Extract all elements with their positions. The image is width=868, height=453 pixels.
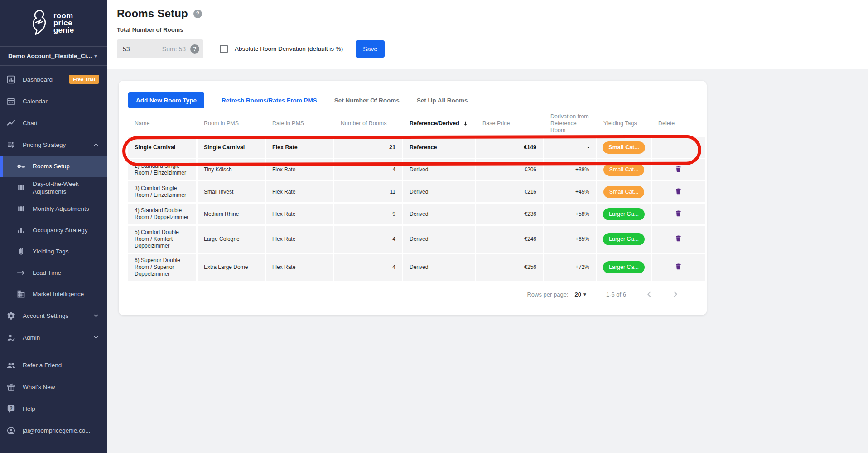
column-header-name[interactable]: Name <box>128 110 196 137</box>
cell-rate-in-pms: Flex Rate <box>266 181 333 202</box>
column-header-label: Name <box>135 120 149 127</box>
cell-room-in-pms: Medium Rhine <box>198 204 265 224</box>
column-header-label: Room in PMS <box>204 120 239 127</box>
yielding-tag-chip[interactable]: Small Cat... <box>603 164 645 176</box>
sidebar-item-chart[interactable]: Chart <box>0 112 107 134</box>
column-header-base-price[interactable]: Base Price <box>476 110 543 137</box>
cell-number-of-rooms: 4 <box>334 226 402 253</box>
table-row: 5) Comfort Double Room / Komfort Doppelz… <box>128 226 705 253</box>
dashboard-icon <box>6 75 16 84</box>
sidebar-item-dashboard[interactable]: DashboardFree Trial <box>0 68 107 90</box>
cell-name: 3) Comfort Single Room / Einzelzimmer <box>128 181 196 202</box>
sidebar-item-calendar[interactable]: Calendar <box>0 90 107 112</box>
table-row: 6) Superior Double Room / Superior Doppe… <box>128 254 705 281</box>
chevron-left-icon[interactable] <box>644 289 654 299</box>
delete-button[interactable] <box>673 186 684 197</box>
column-header-yielding-tags[interactable]: Yielding Tags <box>597 110 651 137</box>
sidebar-item-label: Account Settings <box>23 312 68 320</box>
sidebar-item-occupancy-strategy[interactable]: Occupancy Strategy <box>0 219 107 241</box>
key-icon <box>16 161 26 171</box>
chevron-right-icon[interactable] <box>670 289 680 299</box>
column-header-label: Derivation from Reference Room <box>550 113 589 134</box>
yielding-tag-chip[interactable]: Larger Ca... <box>603 208 645 220</box>
sort-desc-icon <box>463 121 468 127</box>
sidebar-item-yielding-tags[interactable]: Yielding Tags <box>0 241 107 262</box>
yielding-tag-chip[interactable]: Larger Ca... <box>603 233 645 245</box>
cell-delete <box>652 254 705 281</box>
add-new-room-type-button[interactable]: Add New Room Type <box>128 92 204 108</box>
total-rooms-input[interactable]: 53 Sum: 53 ? <box>117 39 203 58</box>
cell-delete <box>652 159 705 180</box>
cell-number-of-rooms: 11 <box>334 181 402 202</box>
table-row: 2) Standard Single Room / EinzelzimmerTi… <box>128 159 705 180</box>
help-icon[interactable]: ? <box>190 44 199 54</box>
cell-base-price: €149 <box>476 137 543 158</box>
sidebar-item-label: Lead Time <box>33 269 61 277</box>
sidebar-item-whats-new[interactable]: What's New <box>0 376 107 398</box>
rows-per-page-select[interactable]: 20 ▼ <box>575 291 587 298</box>
sidebar-item-rooms-setup[interactable]: Rooms Setup <box>0 156 107 177</box>
admin-icon <box>6 333 16 342</box>
caret-down-icon: ▼ <box>93 54 98 59</box>
column-header-room-in-pms[interactable]: Room in PMS <box>198 110 265 137</box>
bar-chart-icon <box>16 225 26 235</box>
sidebar-item-refer-a-friend[interactable]: Refer a Friend <box>0 354 107 376</box>
refresh-rooms-rates-button[interactable]: Refresh Rooms/Rates From PMS <box>222 97 317 104</box>
cell-delete <box>652 204 705 224</box>
chevron-down-icon <box>93 334 99 341</box>
sidebar-item-market-intelligence[interactable]: Market Intelligence <box>0 283 107 305</box>
cell-reference-derived: Derived <box>403 254 475 281</box>
sidebar-item-label: What's New <box>23 383 55 391</box>
sidebar-item-pricing-strategy[interactable]: Pricing Strategy <box>0 134 107 156</box>
sidebar-item-help[interactable]: ?Help <box>0 398 107 419</box>
sidebar-item-label: Day-of-the-Week Adjustments <box>33 180 86 195</box>
account-selector[interactable]: Demo Account_Flexible_Ci... ▼ <box>0 47 107 66</box>
sidebar-item-lead-time[interactable]: Lead Time <box>0 262 107 283</box>
column-header-label: Base Price <box>482 120 510 127</box>
set-number-of-rooms-button[interactable]: Set Number Of Rooms <box>334 97 400 104</box>
set-up-all-rooms-button[interactable]: Set Up All Rooms <box>417 97 468 104</box>
yielding-tag-chip[interactable]: Small Cat... <box>603 186 645 198</box>
column-header-number-of-rooms[interactable]: Number of Rooms <box>334 110 402 137</box>
delete-button[interactable] <box>673 209 684 219</box>
column-header-reference-derived[interactable]: Reference/Derived <box>403 110 475 137</box>
sidebar-item-monthly-adjustments[interactable]: Monthly Adjustments <box>0 198 107 219</box>
cell-yielding-tags: Small Cat... <box>597 137 651 158</box>
table-row: 4) Standard Double Room / DoppelzimmerMe… <box>128 204 705 224</box>
cell-name: 5) Comfort Double Room / Komfort Doppelz… <box>128 226 196 253</box>
cell-base-price: €246 <box>476 226 543 253</box>
delete-button[interactable] <box>673 262 684 273</box>
total-rooms-label: Total Number of Rooms <box>117 26 868 33</box>
cell-reference-derived: Derived <box>403 204 475 224</box>
delete-button[interactable] <box>673 164 684 175</box>
bars-icon <box>16 204 26 214</box>
app-root: roompricegenie Demo Account_Flexible_Ci.… <box>0 0 868 453</box>
cell-rate-in-pms: Flex Rate <box>266 204 333 224</box>
column-header-rate-in-pms[interactable]: Rate in PMS <box>266 110 333 137</box>
sidebar-item-profile[interactable]: jai@roompricegenie.co... <box>0 419 107 441</box>
delete-button[interactable] <box>673 234 684 245</box>
sidebar-item-label: Pricing Strategy <box>23 141 66 149</box>
sidebar-item-label: Monthly Adjustments <box>33 205 89 213</box>
trash-icon <box>675 165 682 174</box>
yielding-tag-chip[interactable]: Small Cat... <box>603 141 645 154</box>
table-row: Single CarnivalSingle CarnivalFlex Rate2… <box>128 137 705 158</box>
absolute-derivation-checkbox[interactable] <box>220 45 228 53</box>
sidebar-item-admin[interactable]: Admin <box>0 326 107 348</box>
help-icon[interactable]: ? <box>193 10 202 18</box>
rows-per-page-label: Rows per page: <box>527 291 568 298</box>
logo-text-line: genie <box>53 27 74 34</box>
cell-reference-derived: Reference <box>403 137 475 158</box>
save-button[interactable]: Save <box>356 40 385 58</box>
cell-room-in-pms: Tiny Kölsch <box>198 159 265 180</box>
column-header-derivation-from-reference-room[interactable]: Derivation from Reference Room <box>544 110 596 137</box>
rooms-table: NameRoom in PMSRate in PMSNumber of Room… <box>128 110 705 281</box>
cell-rate-in-pms: Flex Rate <box>266 226 333 253</box>
cell-room-in-pms: Small Invest <box>198 181 265 202</box>
column-header-delete[interactable]: Delete <box>652 110 705 137</box>
sidebar-item-day-of-the-week-adjustments[interactable]: Day-of-the-Week Adjustments <box>0 177 107 198</box>
yielding-tag-chip[interactable]: Larger Ca... <box>603 261 645 273</box>
arrow-right-icon <box>16 268 26 278</box>
sidebar-item-account-settings[interactable]: Account Settings <box>0 305 107 326</box>
cell-number-of-rooms: 9 <box>334 204 402 224</box>
